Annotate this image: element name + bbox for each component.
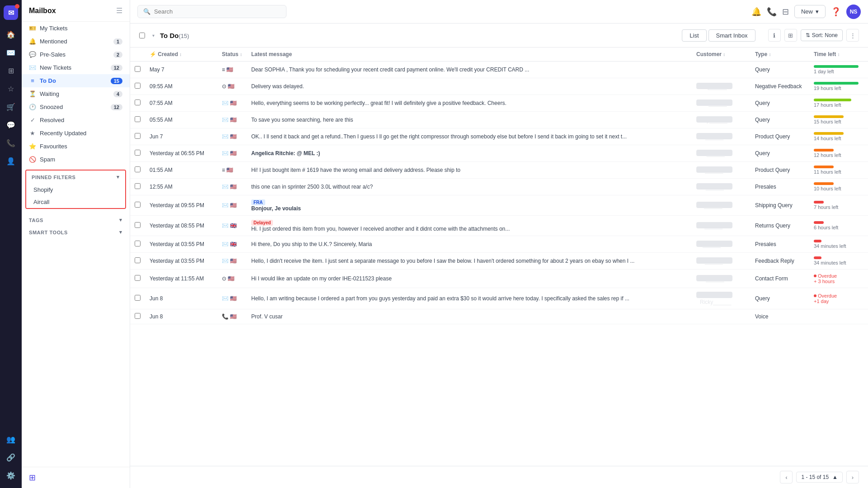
table-row[interactable]: Yesterday at 03:55 PM✉️ 🇬🇧Hi there, Do y…: [130, 236, 868, 253]
table-row[interactable]: Jun 8📞 🇺🇸Prof. V cusarVoice: [130, 309, 868, 324]
nav-icon-phone[interactable]: 📞: [4, 136, 18, 150]
col-created[interactable]: ⚡ Created ↕: [145, 47, 217, 62]
sidebar-menu-icon[interactable]: ☰: [116, 6, 122, 15]
cell-message[interactable]: Hello, I am writing because I ordered a …: [247, 288, 692, 309]
row-checkbox[interactable]: [135, 150, 141, 156]
cell-message[interactable]: Delivery was delayed.: [247, 78, 692, 95]
cell-message[interactable]: Hello, I didn't receive the item. I just…: [247, 253, 692, 270]
row-checkbox[interactable]: [135, 83, 141, 89]
nav-icon-cart[interactable]: 🛒: [4, 99, 18, 114]
list-view-btn[interactable]: List: [682, 29, 706, 42]
cell-message[interactable]: Hello, everything seems to be working pe…: [247, 95, 692, 112]
table-row[interactable]: Jun 8✉️ 🇺🇸Hello, I am writing because I …: [130, 288, 868, 309]
select-dropdown-arrow[interactable]: ▾: [152, 33, 155, 38]
sidebar-item-new-tickets[interactable]: ✉️ New Tickets 12: [22, 61, 130, 74]
sidebar-item-pre-sales[interactable]: 💬 Pre-Sales 2: [22, 48, 130, 61]
pinned-filter-aircall[interactable]: Aircall: [26, 196, 125, 208]
smart-inbox-btn[interactable]: Smart Inbox: [708, 29, 755, 42]
sidebar-item-resolved[interactable]: ✓ Resolved: [22, 114, 130, 127]
table-row[interactable]: Yesterday at 03:55 PM✉️ 🇺🇸Hello, I didn'…: [130, 253, 868, 270]
nav-icon-mailbox[interactable]: ✉️: [4, 45, 18, 60]
nav-icon-users[interactable]: 👥: [4, 432, 18, 446]
row-checkbox[interactable]: [135, 275, 141, 281]
table-row[interactable]: May 7≡ 🇺🇸Dear SOPHIA , Thank you for sch…: [130, 62, 868, 78]
pinned-filters-header[interactable]: PINNED FILTERS ▾: [26, 171, 125, 184]
sidebar-item-my-tickets[interactable]: 🎫 My Tickets: [22, 22, 130, 35]
phone-icon[interactable]: 📞: [767, 7, 777, 17]
grid-icon-btn[interactable]: ⊞: [784, 29, 797, 42]
next-page-btn[interactable]: ›: [846, 471, 859, 483]
select-all-checkbox[interactable]: [139, 33, 145, 38]
nav-icon-grid[interactable]: ⊞: [4, 63, 18, 78]
view-toggle-icon[interactable]: ⊞: [29, 473, 36, 483]
nav-icon-settings[interactable]: ⚙️: [4, 468, 18, 483]
row-checkbox[interactable]: [135, 116, 141, 122]
row-checkbox[interactable]: [135, 257, 141, 263]
search-box[interactable]: 🔍: [137, 5, 286, 18]
table-row[interactable]: 12:55 AM✉️ 🇺🇸this one can in sprinter 25…: [130, 179, 868, 195]
row-checkbox[interactable]: [135, 99, 141, 105]
table-row[interactable]: Yesterday at 08:55 PM✉️ 🇬🇧DelayedHi. I j…: [130, 216, 868, 236]
nav-icon-star[interactable]: ☆: [4, 81, 18, 96]
pagination-chevron[interactable]: ▲: [832, 474, 838, 480]
cell-message[interactable]: Hi! I just bought item # 1619 have the w…: [247, 162, 692, 179]
table-row[interactable]: Yesterday at 11:55 AM⊙ 🇺🇸Hi I would like…: [130, 270, 868, 288]
sidebar-item-snoozed[interactable]: 🕐 Snoozed 12: [22, 100, 130, 114]
col-status[interactable]: Status ↕: [217, 47, 247, 62]
nav-icon-home[interactable]: 🏠: [4, 27, 18, 42]
sidebar-item-waiting[interactable]: ⏳ Waiting 4: [22, 87, 130, 100]
table-row[interactable]: 07:55 AM✉️ 🇺🇸Hello, everything seems to …: [130, 95, 868, 112]
col-customer[interactable]: Customer ↕: [692, 47, 751, 62]
table-row[interactable]: 01:55 AM≡ 🇺🇸Hi! I just bought item # 161…: [130, 162, 868, 179]
cell-message[interactable]: OK.. I ll send it back and get a refund.…: [247, 128, 692, 145]
col-type[interactable]: Type ↕: [751, 47, 809, 62]
row-checkbox[interactable]: [135, 183, 141, 189]
cell-message[interactable]: Prof. V cusar: [247, 309, 692, 324]
table-row[interactable]: 05:55 AM✉️ 🇺🇸To save you some searching,…: [130, 112, 868, 128]
col-message[interactable]: Latest message: [247, 47, 692, 62]
row-checkbox[interactable]: [135, 133, 141, 139]
row-checkbox[interactable]: [135, 66, 141, 72]
cell-message[interactable]: Hi I would like an update on my order IH…: [247, 270, 692, 288]
nav-icon-integrations[interactable]: 🔗: [4, 450, 18, 464]
row-checkbox[interactable]: [135, 313, 141, 319]
search-input[interactable]: [154, 8, 281, 15]
table-row[interactable]: Jun 7✉️ 🇺🇸OK.. I ll send it back and get…: [130, 128, 868, 145]
help-icon[interactable]: ❓: [831, 7, 841, 17]
cell-message[interactable]: DelayedHi. I just ordered this item from…: [247, 216, 692, 236]
table-row[interactable]: Yesterday at 06:55 PM✉️ 🇺🇸Angelica Ritch…: [130, 145, 868, 162]
sidebar-item-favourites[interactable]: ⭐ Favourites: [22, 140, 130, 153]
user-avatar[interactable]: NS: [846, 5, 861, 19]
prev-page-btn[interactable]: ‹: [780, 471, 793, 483]
nav-icon-chat[interactable]: 💬: [4, 118, 18, 132]
table-row[interactable]: Yesterday at 09:55 PM✉️ 🇺🇸FRABonjour, Je…: [130, 195, 868, 216]
cell-message[interactable]: Dear SOPHIA , Thank you for scheduling y…: [247, 62, 692, 78]
tags-section[interactable]: TAGS ▾: [22, 213, 130, 225]
row-checkbox[interactable]: [135, 166, 141, 172]
row-checkbox[interactable]: [135, 241, 141, 246]
more-options-btn[interactable]: ⋮: [846, 29, 859, 42]
sidebar-item-recently-updated[interactable]: ★ Recently Updated: [22, 127, 130, 140]
table-row[interactable]: 09:55 AM⊙ 🇺🇸Delivery was delayed.Jaq____…: [130, 78, 868, 95]
cell-message[interactable]: Hi there, Do you ship to the U.K.? Since…: [247, 236, 692, 253]
nav-icon-contacts[interactable]: 👤: [4, 154, 18, 168]
pinned-filter-shopify[interactable]: Shopify: [26, 184, 125, 196]
cell-message[interactable]: this one can in sprinter 2500 3.0L witho…: [247, 179, 692, 195]
cell-message[interactable]: To save you some searching, here are thi…: [247, 112, 692, 128]
new-button[interactable]: New ▾: [794, 5, 826, 18]
sort-button[interactable]: ⇅ Sort: None: [801, 29, 843, 41]
sidebar-item-mentioned[interactable]: 🔔 Mentioned 1: [22, 35, 130, 48]
info-icon-btn[interactable]: ℹ: [768, 29, 781, 42]
row-checkbox[interactable]: [135, 202, 141, 208]
col-timeleft[interactable]: Time left ↕: [809, 47, 868, 62]
cell-message[interactable]: Angelica Ritchie: @ MEL :): [247, 145, 692, 162]
row-checkbox[interactable]: [135, 295, 141, 301]
notification-bell-icon[interactable]: 🔔: [751, 7, 761, 17]
smart-tools-section[interactable]: SMART TOOLS ▾: [22, 225, 130, 237]
cell-message[interactable]: FRABonjour, Je voulais: [247, 195, 692, 216]
row-checkbox[interactable]: [135, 222, 141, 228]
sidebar-item-spam[interactable]: 🚫 Spam: [22, 153, 130, 166]
app-logo[interactable]: ✉: [4, 5, 18, 20]
filter-icon[interactable]: ⊟: [782, 7, 789, 17]
sidebar-item-to-do[interactable]: ≡ To Do 15: [22, 74, 130, 87]
